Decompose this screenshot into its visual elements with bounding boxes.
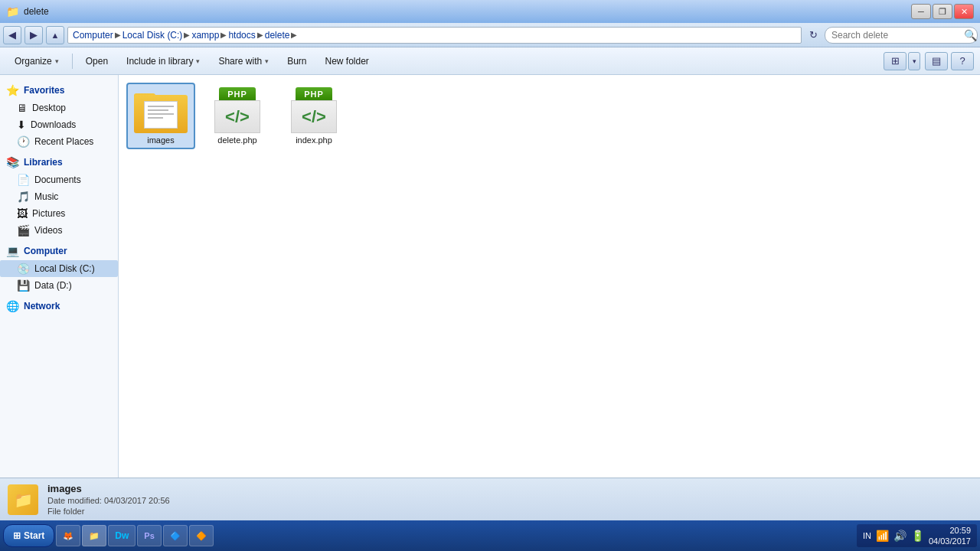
sidebar-item-music[interactable]: 🎵 Music: [0, 188, 118, 205]
status-item-type: File folder: [47, 507, 170, 516]
pictures-icon: 🖼: [17, 207, 28, 220]
computer-icon: 💻: [6, 245, 19, 257]
other1-icon: 🔷: [170, 531, 181, 541]
taskbar: ⊞ Start 🦊 📁 Dw Ps 🔷 🔶 IN 📶 🔊 🔋 20:59 04/…: [0, 520, 980, 551]
status-date-modified: Date modified: 04/03/2017 20:56: [47, 496, 170, 505]
breadcrumb-localdisk[interactable]: Local Disk (C:): [122, 30, 183, 41]
forward-button[interactable]: ▶: [24, 26, 43, 44]
videos-icon: 🎬: [17, 224, 30, 236]
main-area: ⭐ Favorites 🖥 Desktop ⬇ Downloads 🕐 Rece…: [0, 75, 980, 478]
sidebar-item-documents[interactable]: 📄 Documents: [0, 171, 118, 188]
volume-icon[interactable]: 🔊: [893, 530, 906, 542]
libraries-header[interactable]: 📚 Libraries: [0, 153, 118, 171]
toolbar: Organize ▾ Open Include in library ▾ Sha…: [0, 47, 980, 75]
sidebar: ⭐ Favorites 🖥 Desktop ⬇ Downloads 🕐 Rece…: [0, 75, 119, 478]
file-label-delete-php: delete.php: [217, 135, 256, 145]
sidebar-item-data-disk[interactable]: 💾 Data (D:): [0, 277, 118, 294]
taskbar-dreamweaver[interactable]: Dw: [108, 525, 136, 546]
file-item-index-php[interactable]: PHP </> index.php: [279, 83, 348, 149]
organize-button[interactable]: Organize ▾: [6, 51, 67, 72]
status-info: images Date modified: 04/03/2017 20:56 F…: [47, 483, 170, 516]
other2-icon: 🔶: [196, 531, 207, 541]
new-folder-button[interactable]: New folder: [317, 51, 377, 72]
minimize-button[interactable]: ─: [911, 4, 931, 19]
libraries-icon: 📚: [6, 156, 19, 168]
file-item-images[interactable]: images: [126, 83, 195, 149]
local-disk-icon: 💿: [17, 262, 30, 275]
sep4: ▶: [257, 31, 263, 39]
file-item-delete-php[interactable]: PHP </> delete.php: [203, 83, 272, 149]
battery-icon[interactable]: 🔋: [911, 530, 924, 542]
breadcrumb-delete[interactable]: delete: [265, 30, 290, 41]
title-bar: 📁 delete ─ ❐ ✕: [0, 0, 980, 23]
favorites-header[interactable]: ⭐ Favorites: [0, 81, 118, 99]
organize-arrow: ▾: [55, 57, 59, 65]
photoshop-icon: Ps: [144, 531, 154, 540]
desktop-icon: 🖥: [17, 102, 28, 114]
include-library-button[interactable]: Include in library ▾: [118, 51, 208, 72]
taskbar-explorer[interactable]: 📁: [82, 525, 106, 546]
folder-icon-images: [134, 87, 188, 133]
refresh-button[interactable]: ↻: [805, 27, 822, 44]
search-icon: 🔍: [964, 29, 977, 41]
close-button[interactable]: ✕: [954, 4, 974, 19]
file-label-images: images: [147, 135, 174, 145]
sep2: ▶: [184, 31, 190, 39]
network-icon: 🌐: [6, 300, 19, 312]
status-item-icon: 📁: [8, 484, 38, 515]
include-library-arrow: ▾: [196, 57, 200, 65]
start-button[interactable]: ⊞ Start: [3, 524, 54, 547]
sep5: ▶: [291, 31, 297, 39]
up-button[interactable]: ▲: [46, 26, 64, 44]
php-icon-index: PHP </>: [287, 87, 341, 133]
favorites-icon: ⭐: [6, 84, 19, 96]
help-button[interactable]: ?: [951, 52, 974, 70]
favorites-section: ⭐ Favorites 🖥 Desktop ⬇ Downloads 🕐 Rece…: [0, 81, 118, 150]
view-buttons: ⊞ ▾ ▤ ?: [884, 52, 974, 70]
downloads-icon: ⬇: [17, 119, 26, 131]
computer-header[interactable]: 💻 Computer: [0, 242, 118, 260]
search-input[interactable]: [825, 27, 978, 44]
network-tray-icon[interactable]: 📶: [876, 530, 889, 542]
preview-pane-button[interactable]: ▤: [925, 52, 948, 70]
sidebar-item-pictures[interactable]: 🖼 Pictures: [0, 205, 118, 222]
sidebar-item-desktop[interactable]: 🖥 Desktop: [0, 99, 118, 116]
breadcrumb-xampp[interactable]: xampp: [191, 30, 219, 41]
clock-time: 20:59: [929, 525, 971, 536]
view-change-button[interactable]: ⊞: [884, 52, 906, 70]
restore-button[interactable]: ❐: [933, 4, 952, 19]
firefox-icon: 🦊: [63, 531, 74, 541]
taskbar-photoshop[interactable]: Ps: [137, 525, 161, 546]
breadcrumb-htdocs[interactable]: htdocs: [228, 30, 255, 41]
system-tray: IN 📶 🔊 🔋 20:59 04/03/2017: [857, 524, 977, 547]
view-dropdown-button[interactable]: ▾: [908, 52, 920, 70]
breadcrumb-bar[interactable]: Computer ▶ Local Disk (C:) ▶ xampp ▶ htd…: [67, 27, 802, 44]
lang-indicator[interactable]: IN: [863, 531, 871, 540]
file-label-index-php: index.php: [296, 135, 332, 145]
share-with-button[interactable]: Share with ▾: [210, 51, 277, 72]
sidebar-item-videos[interactable]: 🎬 Videos: [0, 222, 118, 239]
status-bar: 📁 images Date modified: 04/03/2017 20:56…: [0, 478, 980, 520]
breadcrumb-computer[interactable]: Computer: [73, 30, 113, 41]
php-icon-delete: PHP </>: [211, 87, 264, 133]
explorer-icon: 📁: [89, 531, 100, 541]
network-section: 🌐 Network: [0, 297, 118, 315]
data-disk-icon: 💾: [17, 279, 30, 292]
content-area[interactable]: images PHP </> delete.php PHP </> index.…: [119, 75, 980, 478]
sidebar-item-local-disk[interactable]: 💿 Local Disk (C:): [0, 260, 118, 277]
network-header[interactable]: 🌐 Network: [0, 297, 118, 315]
back-button[interactable]: ◀: [3, 26, 21, 44]
libraries-section: 📚 Libraries 📄 Documents 🎵 Music 🖼 Pictur…: [0, 153, 118, 239]
open-button[interactable]: Open: [77, 51, 116, 72]
taskbar-other2[interactable]: 🔶: [189, 525, 214, 546]
sidebar-item-downloads[interactable]: ⬇ Downloads: [0, 116, 118, 133]
burn-button[interactable]: Burn: [279, 51, 315, 72]
sidebar-item-recent-places[interactable]: 🕐 Recent Places: [0, 133, 118, 150]
sep1: ▶: [115, 31, 121, 39]
taskbar-firefox[interactable]: 🦊: [56, 525, 80, 546]
taskbar-other1[interactable]: 🔷: [163, 525, 188, 546]
start-icon: ⊞: [13, 530, 21, 541]
clock: 20:59 04/03/2017: [929, 525, 971, 547]
toolbar-sep-1: [72, 54, 73, 69]
computer-section: 💻 Computer 💿 Local Disk (C:) 💾 Data (D:): [0, 242, 118, 294]
